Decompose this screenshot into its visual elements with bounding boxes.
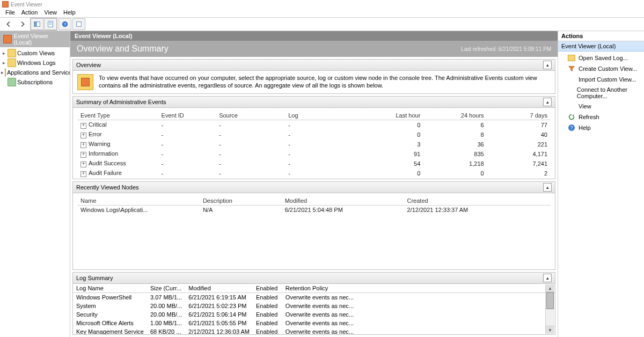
folder-icon xyxy=(8,49,16,57)
table-row[interactable]: +Audit Failure---002 xyxy=(77,169,551,178)
tree-item[interactable]: ▸Windows Logs xyxy=(0,58,70,68)
col-header[interactable]: Enabled xyxy=(253,284,282,293)
tree-item[interactable]: ▸Custom Views xyxy=(0,48,70,58)
expand-icon[interactable]: + xyxy=(80,162,86,167)
col-header[interactable]: 24 hours xyxy=(423,111,487,120)
cell: 7,241 xyxy=(487,159,551,169)
table-row[interactable]: Key Management Service68 KB/20 ...2/12/2… xyxy=(73,327,555,334)
tree-item[interactable]: Subscriptions xyxy=(0,77,70,87)
expand-icon[interactable]: ▸ xyxy=(1,70,4,75)
table-row[interactable]: Windows PowerShell3.07 MB/1...6/21/2021 … xyxy=(73,293,555,302)
app-icon xyxy=(2,1,9,8)
col-header[interactable]: Event Type xyxy=(77,111,158,120)
toolbar-extra[interactable] xyxy=(72,18,85,30)
cell: System xyxy=(73,302,147,310)
cell: 6 xyxy=(423,120,487,130)
toolbar-showhide-tree[interactable] xyxy=(31,18,43,30)
col-header[interactable]: 7 days xyxy=(487,111,551,120)
cell: 221 xyxy=(487,140,551,149)
action-item[interactable]: Create Custom View... xyxy=(558,63,644,74)
expand-icon[interactable]: ▸ xyxy=(1,60,6,65)
expand-icon[interactable]: ▸ xyxy=(1,50,6,56)
collapse-icon[interactable]: ▴ xyxy=(543,183,552,192)
col-header[interactable]: Size (Curr... xyxy=(147,284,185,293)
toolbar: ? xyxy=(0,18,644,31)
recent-header[interactable]: Recently Viewed Nodes ▴ xyxy=(73,182,555,193)
col-header[interactable]: Retention Policy xyxy=(282,284,555,293)
action-label: Create Custom View... xyxy=(579,65,637,72)
action-item[interactable]: Open Saved Log... xyxy=(558,53,644,63)
collapse-icon[interactable]: ▴ xyxy=(543,274,552,282)
toolbar-properties[interactable] xyxy=(44,18,57,30)
table-row[interactable]: +Information---918354,171 xyxy=(77,149,551,159)
console-tree: Event Viewer (Local) ▸Custom Views▸Windo… xyxy=(0,31,70,337)
expand-icon[interactable]: + xyxy=(80,152,86,158)
cell: N/A xyxy=(200,206,282,215)
action-label: Help xyxy=(579,124,591,131)
expand-icon[interactable]: + xyxy=(80,123,86,129)
collapse-icon[interactable]: ▴ xyxy=(543,98,552,106)
scroll-down-icon[interactable]: ▼ xyxy=(546,326,554,334)
menu-action[interactable]: Action xyxy=(21,9,38,16)
menu-help[interactable]: Help xyxy=(63,9,76,16)
table-row[interactable]: Security20.00 MB/...6/21/2021 5:06:14 PM… xyxy=(73,310,555,319)
tree-header[interactable]: Event Viewer (Local) xyxy=(0,31,70,47)
recent-panel: Recently Viewed Nodes ▴ NameDescriptionM… xyxy=(72,181,555,270)
toolbar-help[interactable]: ? xyxy=(58,18,71,30)
cell: 20.00 MB/... xyxy=(147,310,185,319)
col-header[interactable]: Modified xyxy=(185,284,253,293)
cell: Enabled xyxy=(253,293,282,302)
scrollbar[interactable]: ▲ ▼ xyxy=(545,284,554,334)
expand-icon[interactable]: + xyxy=(80,171,86,177)
summary-table: Event TypeEvent IDSourceLogLast hour24 h… xyxy=(77,111,551,178)
cell: Overwrite events as nec... xyxy=(282,293,555,302)
expand-icon[interactable]: + xyxy=(80,133,86,138)
cell: Security xyxy=(73,310,147,319)
action-label: Refresh xyxy=(579,114,599,120)
tree-item-label: Custom Views xyxy=(17,50,55,56)
actions-heading: Actions xyxy=(558,31,644,41)
col-header[interactable]: Log Name xyxy=(73,284,147,293)
col-header[interactable]: Last hour xyxy=(354,111,423,120)
menu-view[interactable]: View xyxy=(44,9,57,16)
cell: 2/12/2021 12:33:37 AM xyxy=(404,206,551,215)
col-header[interactable]: Description xyxy=(200,196,282,206)
col-header[interactable]: Created xyxy=(404,196,551,206)
scroll-thumb[interactable] xyxy=(546,292,554,309)
action-item[interactable]: ?Help xyxy=(558,122,644,133)
scroll-up-icon[interactable]: ▲ xyxy=(546,284,554,292)
folder-icon xyxy=(8,58,16,67)
action-item[interactable]: Import Custom View... xyxy=(558,74,644,85)
nav-back-button[interactable] xyxy=(2,18,15,30)
expand-icon[interactable]: + xyxy=(80,142,86,148)
cell: - xyxy=(285,140,354,149)
col-header[interactable]: Log xyxy=(285,111,354,120)
cell: - xyxy=(158,149,216,159)
table-row[interactable]: Microsoft Office Alerts1.00 MB/1...6/21/… xyxy=(73,319,555,327)
toolbar-group xyxy=(30,18,57,31)
table-row[interactable]: +Warning---336221 xyxy=(77,140,551,149)
table-row[interactable]: +Critical---0677 xyxy=(77,120,551,130)
summary-header[interactable]: Summary of Administrative Events ▴ xyxy=(73,97,555,108)
table-row[interactable]: System20.00 MB/...6/21/2021 5:02:23 PMEn… xyxy=(73,302,555,310)
overview-header[interactable]: Overview ▴ xyxy=(73,60,555,71)
table-row[interactable]: +Error---0840 xyxy=(77,130,551,140)
col-header[interactable]: Modified xyxy=(282,196,404,206)
col-header[interactable]: Event ID xyxy=(158,111,216,120)
tree-item[interactable]: ▸Applications and Services Lo xyxy=(0,68,70,77)
logsummary-header[interactable]: Log Summary ▴ xyxy=(73,273,555,284)
col-header[interactable]: Source xyxy=(216,111,285,120)
action-item[interactable]: View xyxy=(558,101,644,112)
funnel-icon xyxy=(568,65,575,72)
action-item[interactable]: Refresh xyxy=(558,112,644,122)
cell: 3.07 MB/1... xyxy=(147,293,185,302)
table-row[interactable]: +Audit Success---541,2187,241 xyxy=(77,159,551,169)
collapse-icon[interactable]: ▴ xyxy=(543,61,552,69)
table-row[interactable]: Windows Logs\Applicati...N/A6/21/2021 5:… xyxy=(77,206,551,215)
cell: 20.00 MB/... xyxy=(147,302,185,310)
col-header[interactable]: Name xyxy=(77,196,200,206)
nav-fwd-button[interactable] xyxy=(16,18,29,30)
cell: 0 xyxy=(354,120,423,130)
menu-file[interactable]: File xyxy=(5,9,15,16)
action-item[interactable]: Connect to Another Computer... xyxy=(558,85,644,101)
